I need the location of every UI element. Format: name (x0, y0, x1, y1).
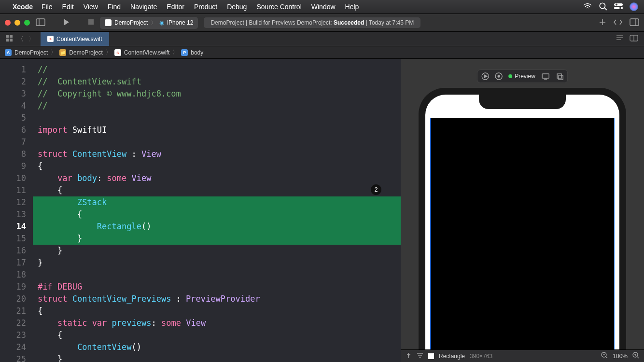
filter-icon[interactable] (417, 352, 423, 360)
breadcrumb-project[interactable]: DemoProject (14, 49, 48, 56)
svg-rect-27 (542, 74, 549, 78)
status-prefix: DemoProject | Build for Previews DemoPro… (210, 19, 334, 26)
svg-rect-14 (6, 35, 9, 38)
code-line[interactable]: { (33, 160, 401, 172)
code-line[interactable] (33, 269, 401, 281)
related-items-icon[interactable] (6, 35, 13, 43)
menu-help[interactable]: Help (345, 3, 359, 11)
code-line[interactable]: struct ContentView : View (33, 148, 401, 160)
app-name[interactable]: Xcode (13, 3, 33, 11)
code-editor[interactable]: 1234567891011121314151617181920212223242… (0, 59, 401, 362)
inspector-toggle-icon[interactable] (630, 18, 639, 28)
zoom-in-icon[interactable] (632, 352, 639, 360)
adjust-editor-icon[interactable] (630, 35, 638, 43)
add-icon[interactable] (599, 18, 606, 28)
device-notch (479, 95, 566, 109)
code-line[interactable]: struct ContentView_Previews : PreviewPro… (33, 293, 401, 305)
svg-marker-8 (64, 19, 69, 26)
svg-rect-30 (559, 75, 563, 80)
svg-line-35 (606, 357, 607, 358)
device-settings-icon[interactable] (541, 73, 550, 80)
duplicate-preview-icon[interactable] (556, 72, 563, 80)
code-line[interactable]: { (33, 305, 401, 317)
preview-toolbar: Preview (477, 70, 568, 83)
menu-edit[interactable]: Edit (62, 3, 74, 11)
code-line[interactable]: } (33, 257, 401, 269)
folder-icon: 📁 (59, 49, 66, 56)
code-review-icon[interactable] (613, 19, 623, 27)
issue-badge[interactable]: 2 (371, 184, 381, 195)
scheme-project-name: DemoProject (114, 19, 148, 26)
siri-icon[interactable] (630, 2, 638, 11)
code-line[interactable]: { (33, 184, 401, 196)
spotlight-icon[interactable] (599, 2, 607, 12)
run-button[interactable] (63, 18, 70, 28)
zoom-out-icon[interactable] (601, 352, 608, 360)
live-button[interactable]: Preview (508, 73, 535, 80)
svg-rect-15 (10, 35, 13, 38)
svg-rect-17 (10, 39, 13, 42)
play-preview-icon[interactable] (481, 72, 489, 80)
pin-icon[interactable] (406, 352, 412, 360)
property-icon: P (181, 49, 188, 56)
preview-rectangle[interactable] (430, 118, 615, 362)
back-icon[interactable]: 〈 (17, 35, 24, 43)
sidebar-toggle-icon[interactable] (36, 18, 45, 28)
svg-line-38 (637, 357, 639, 358)
menu-editor[interactable]: Editor (167, 3, 184, 11)
breadcrumb-folder[interactable]: DemoProject (69, 49, 102, 56)
code-line[interactable]: // Copyright © www.hdjc8.com (33, 88, 401, 100)
code-line[interactable]: // ContentView.swift (33, 76, 401, 88)
zoom-level[interactable]: 100% (613, 353, 628, 360)
code-line[interactable]: } (33, 353, 401, 362)
menu-view[interactable]: View (84, 3, 98, 11)
breadcrumb-file[interactable]: ContentView.swift (124, 49, 170, 56)
code-line[interactable]: } (33, 233, 401, 245)
editor-tabbar: 〈 〉 s ContentView.swift (0, 32, 644, 46)
menu-product[interactable]: Product (194, 3, 217, 11)
control-center-icon[interactable] (614, 2, 623, 12)
menu-navigate[interactable]: Navigate (130, 3, 157, 11)
code-line[interactable] (33, 136, 401, 148)
code-line[interactable]: Rectangle() (33, 221, 401, 233)
svg-point-26 (498, 75, 500, 77)
menu-file[interactable]: File (42, 3, 53, 11)
live-preview-icon[interactable] (495, 72, 503, 80)
code-line[interactable]: } (33, 245, 401, 257)
code-line[interactable] (33, 112, 401, 124)
scheme-selector[interactable]: DemoProject 〉 ◉ iPhone 12 (100, 17, 198, 29)
selected-element[interactable]: Rectangle (439, 353, 465, 360)
code-line[interactable]: { (33, 329, 401, 341)
status-time: | Today at 7:45 PM (364, 19, 414, 26)
menu-window[interactable]: Window (311, 3, 336, 11)
code-content[interactable]: //// ContentView.swift// Copyright © www… (33, 59, 401, 362)
svg-point-5 (619, 7, 621, 9)
svg-rect-9 (88, 19, 94, 25)
tab-contentview[interactable]: s ContentView.swift (41, 32, 109, 46)
code-line[interactable]: static var previews: some View (33, 317, 401, 329)
stop-button[interactable] (88, 19, 94, 27)
wifi-icon[interactable] (583, 2, 592, 12)
app-icon (105, 19, 112, 26)
forward-icon[interactable]: 〉 (28, 35, 35, 43)
code-line[interactable]: // (33, 100, 401, 112)
menu-debug[interactable]: Debug (227, 3, 247, 11)
live-dot-icon (508, 74, 512, 78)
code-line[interactable]: #if DEBUG (33, 281, 401, 293)
close-button[interactable] (5, 20, 11, 26)
breadcrumb: A DemoProject 〉 📁 DemoProject 〉 s Conten… (0, 46, 644, 59)
minimap-icon[interactable] (616, 35, 624, 43)
menu-find[interactable]: Find (108, 3, 121, 11)
breadcrumb-symbol[interactable]: body (191, 49, 203, 56)
maximize-button[interactable] (24, 20, 30, 26)
code-line[interactable]: // (33, 64, 401, 76)
code-line[interactable]: { (33, 209, 401, 221)
menu-source-control[interactable]: Source Control (256, 3, 301, 11)
main-area: 1234567891011121314151617181920212223242… (0, 59, 644, 362)
code-line[interactable]: ContentView() (33, 341, 401, 353)
code-line[interactable]: ZStack (33, 196, 401, 209)
device-frame (419, 88, 626, 362)
code-line[interactable]: import SwiftUI (33, 124, 401, 136)
code-line[interactable]: var body: some View (33, 172, 401, 184)
minimize-button[interactable] (14, 20, 20, 26)
